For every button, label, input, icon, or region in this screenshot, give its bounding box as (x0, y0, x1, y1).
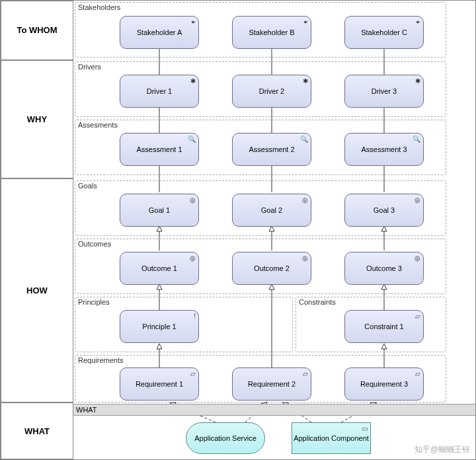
driver-icon: ✱ (303, 77, 308, 85)
node-outcome-2[interactable]: Outcome 2◎ (232, 252, 311, 285)
group-label: Requirements (78, 356, 123, 364)
node-outcome-1[interactable]: Outcome 1◎ (120, 252, 199, 285)
node-label: Goal 1 (149, 206, 170, 214)
node-driver-2[interactable]: Driver 2✱ (232, 75, 311, 108)
group-label: Assesments (78, 121, 118, 129)
node-label: Requirement 3 (360, 380, 408, 388)
node-requirement-3[interactable]: Requirement 3▱ (344, 367, 424, 401)
stakeholder-icon: ⚭ (415, 19, 420, 26)
goal-icon: ◎ (415, 196, 420, 204)
node-label: Requirement 1 (136, 380, 183, 388)
node-label: Outcome 1 (141, 264, 177, 272)
node-goal-1[interactable]: Goal 1◎ (120, 194, 199, 227)
node-label: Assessment 2 (249, 145, 294, 153)
requirement-icon: ▱ (303, 370, 308, 377)
requirement-icon: ▱ (190, 370, 196, 377)
component-icon: ▭ (362, 425, 368, 432)
driver-icon: ✱ (415, 77, 420, 85)
node-stakeholder-b[interactable]: Stakeholder B⚭ (232, 16, 311, 49)
node-constraint-1[interactable]: Constraint 1▱ (344, 310, 424, 343)
stakeholder-icon: ⚭ (303, 19, 308, 26)
node-label: Principle 1 (142, 323, 176, 330)
diagram-container: To WHOM WHY HOW WHAT (0, 0, 476, 460)
node-label: Goal 2 (261, 206, 282, 214)
group-label: Outcomes (78, 240, 111, 248)
node-label: Goal 3 (374, 206, 395, 214)
node-assessment-3[interactable]: Assessment 3🔍 (344, 133, 424, 166)
constraint-icon: ▱ (415, 313, 420, 320)
row-headers: To WHOM WHY HOW WHAT (1, 1, 73, 459)
row-how: HOW (1, 178, 73, 402)
node-label: Constraint 1 (364, 323, 403, 330)
group-label: Goals (78, 182, 97, 190)
assessment-icon: 🔍 (300, 135, 308, 143)
node-driver-3[interactable]: Driver 3✱ (344, 75, 424, 108)
node-label: Stakeholder A (137, 28, 182, 36)
requirement-icon: ▱ (415, 370, 420, 377)
group-label: Stakeholders (78, 3, 120, 11)
node-requirement-2[interactable]: Requirement 2▱ (232, 367, 311, 401)
node-label: Driver 2 (259, 87, 285, 95)
node-principle-1[interactable]: Principle 1! (120, 310, 199, 343)
node-label: Requirement 2 (248, 380, 296, 388)
node-label: Stakeholder C (361, 28, 407, 36)
assessment-icon: 🔍 (413, 135, 420, 143)
node-label: Assessment 1 (136, 145, 182, 153)
node-outcome-3[interactable]: Outcome 3◎ (344, 252, 424, 285)
node-requirement-1[interactable]: Requirement 1▱ (120, 367, 199, 401)
outcome-icon: ◎ (415, 254, 420, 262)
principle-icon: ! (194, 313, 196, 320)
node-label: Driver 1 (147, 87, 173, 95)
row-to-whom: To WHOM (1, 1, 73, 60)
group-label: Constraints (299, 298, 336, 306)
node-label: Stakeholder B (249, 28, 294, 36)
node-stakeholder-c[interactable]: Stakeholder C⚭ (344, 16, 424, 49)
node-assessment-2[interactable]: Assessment 2🔍 (232, 133, 311, 166)
outcome-icon: ◎ (302, 254, 308, 262)
group-label: Drivers (78, 63, 101, 71)
node-application-component[interactable]: Application Component▭ (292, 422, 371, 454)
node-goal-2[interactable]: Goal 2◎ (232, 194, 311, 227)
diagram-canvas: Stakeholders Drivers Assesments Goals Ou… (73, 1, 475, 459)
node-label: Outcome 2 (254, 264, 290, 272)
node-assessment-1[interactable]: Assessment 1🔍 (120, 133, 199, 166)
group-label: Principles (78, 298, 110, 306)
node-goal-3[interactable]: Goal 3◎ (344, 194, 424, 227)
driver-icon: ✱ (190, 77, 196, 85)
node-label: Assessment 3 (361, 145, 407, 153)
row-what: WHAT (1, 402, 73, 459)
what-bar-label: WHAT (76, 406, 97, 414)
node-driver-1[interactable]: Driver 1✱ (120, 75, 199, 108)
node-application-service[interactable]: Application Service (186, 422, 265, 454)
stakeholder-icon: ⚭ (190, 19, 196, 26)
node-label: Outcome 3 (366, 264, 402, 272)
watermark: 知乎@蝈蝈王钰 (415, 444, 470, 455)
outcome-icon: ◎ (190, 254, 196, 262)
what-bar: WHAT (73, 404, 475, 416)
node-stakeholder-a[interactable]: Stakeholder A⚭ (120, 16, 199, 49)
node-label: Application Service (194, 434, 257, 442)
assessment-icon: 🔍 (188, 135, 196, 143)
goal-icon: ◎ (190, 196, 196, 204)
row-why: WHY (1, 60, 73, 178)
node-label: Driver 3 (372, 87, 397, 95)
node-label: Application Component (294, 434, 369, 442)
goal-icon: ◎ (302, 196, 308, 204)
